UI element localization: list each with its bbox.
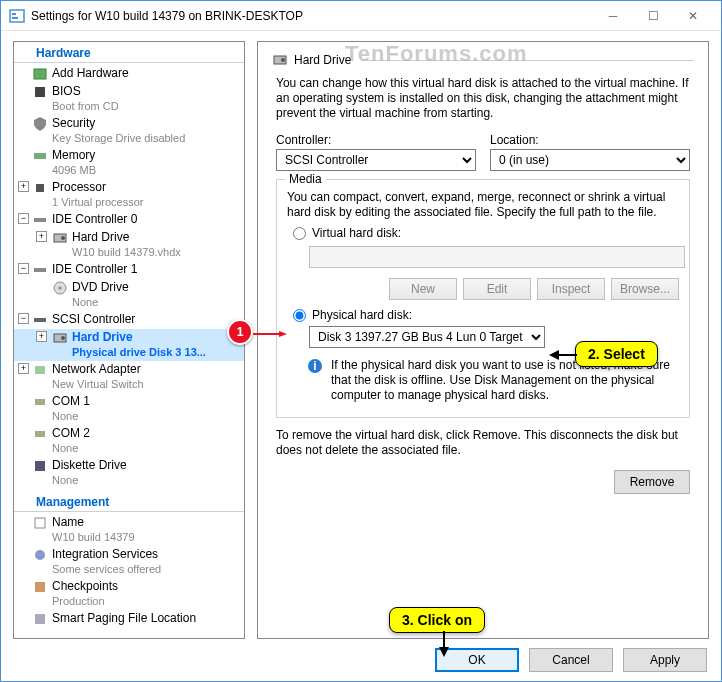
- app-icon: [9, 8, 25, 24]
- svg-point-21: [35, 550, 45, 560]
- controller-icon: [32, 212, 48, 228]
- physical-radio[interactable]: [293, 309, 306, 322]
- remove-desc: To remove the virtual hard disk, click R…: [276, 428, 690, 458]
- tree-item-dvd[interactable]: DVD DriveNone: [14, 279, 244, 311]
- svg-rect-10: [34, 268, 46, 272]
- checkpoints-icon: [32, 579, 48, 595]
- tree-item-diskette[interactable]: Diskette DriveNone: [14, 457, 244, 489]
- settings-tree[interactable]: Hardware Add Hardware BIOSBoot from CD S…: [13, 41, 245, 639]
- svg-marker-31: [549, 350, 559, 360]
- svg-marker-33: [439, 647, 449, 657]
- expander-icon[interactable]: +: [18, 363, 29, 374]
- tree-item-add-hardware[interactable]: Add Hardware: [14, 65, 244, 83]
- svg-marker-29: [279, 331, 287, 337]
- tree-item-bios[interactable]: BIOSBoot from CD: [14, 83, 244, 115]
- expander-icon[interactable]: +: [36, 231, 47, 242]
- tree-item-ide0[interactable]: − IDE Controller 0: [14, 211, 244, 229]
- section-title: Hard Drive: [294, 53, 351, 67]
- hard-drive-icon: [52, 230, 68, 246]
- svg-rect-17: [35, 399, 45, 405]
- security-icon: [32, 116, 48, 132]
- svg-rect-19: [35, 461, 45, 471]
- svg-rect-4: [35, 87, 45, 97]
- remove-button[interactable]: Remove: [614, 470, 690, 494]
- cancel-button[interactable]: Cancel: [529, 648, 613, 672]
- annotation-select: 2. Select: [575, 341, 658, 367]
- location-select[interactable]: 0 (in use): [490, 149, 690, 171]
- com-port-icon: [32, 394, 48, 410]
- hardware-header: Hardware: [14, 44, 244, 63]
- memory-icon: [32, 148, 48, 164]
- vhd-path-input: [309, 246, 685, 268]
- expander-icon[interactable]: −: [18, 263, 29, 274]
- svg-rect-2: [12, 17, 18, 19]
- close-button[interactable]: ✕: [673, 1, 713, 31]
- vhd-radio[interactable]: [293, 227, 306, 240]
- expander-icon[interactable]: −: [18, 313, 29, 324]
- tree-item-smartpaging[interactable]: Smart Paging File Location: [14, 610, 244, 628]
- svg-rect-23: [35, 614, 45, 624]
- tree-item-com2[interactable]: COM 2None: [14, 425, 244, 457]
- svg-point-12: [59, 287, 62, 290]
- physical-radio-label: Physical hard disk:: [312, 308, 412, 322]
- titlebar: Settings for W10 build 14379 on BRINK-DE…: [1, 1, 721, 31]
- intro-text: You can change how this virtual hard dis…: [276, 76, 690, 121]
- minimize-button[interactable]: ─: [593, 1, 633, 31]
- hard-drive-icon: [52, 330, 68, 346]
- physical-disk-select[interactable]: Disk 3 1397.27 GB Bus 4 Lun 0 Target 0: [309, 326, 545, 348]
- svg-point-9: [61, 236, 65, 240]
- dialog-footer: OK Cancel Apply: [1, 639, 721, 681]
- annotation-click: 3. Click on: [389, 607, 485, 633]
- info-icon: i: [307, 358, 323, 374]
- window-title: Settings for W10 build 14379 on BRINK-DE…: [31, 9, 593, 23]
- tree-item-ide1[interactable]: − IDE Controller 1: [14, 261, 244, 279]
- svg-rect-3: [34, 69, 46, 79]
- annotation-badge-1: 1: [227, 319, 253, 345]
- svg-rect-16: [35, 366, 45, 374]
- svg-text:i: i: [313, 359, 316, 373]
- tree-item-checkpoints[interactable]: CheckpointsProduction: [14, 578, 244, 610]
- integration-icon: [32, 547, 48, 563]
- tree-item-scsi[interactable]: − SCSI Controller: [14, 311, 244, 329]
- controller-icon: [32, 262, 48, 278]
- tree-item-network[interactable]: + Network AdapterNew Virtual Switch: [14, 361, 244, 393]
- svg-rect-0: [10, 10, 24, 22]
- browse-button: Browse...: [611, 278, 679, 300]
- tree-item-com1[interactable]: COM 1None: [14, 393, 244, 425]
- detail-pane: Hard Drive You can change how this virtu…: [257, 41, 709, 639]
- tree-item-name[interactable]: NameW10 build 14379: [14, 514, 244, 546]
- svg-rect-20: [35, 518, 45, 528]
- bios-icon: [32, 84, 48, 100]
- svg-rect-6: [36, 184, 44, 192]
- tree-item-integration[interactable]: Integration ServicesSome services offere…: [14, 546, 244, 578]
- maximize-button[interactable]: ☐: [633, 1, 673, 31]
- tree-item-memory[interactable]: Memory4096 MB: [14, 147, 244, 179]
- svg-rect-22: [35, 582, 45, 592]
- hard-drive-icon: [272, 52, 288, 68]
- svg-rect-13: [34, 318, 46, 322]
- svg-rect-5: [34, 153, 46, 159]
- expander-icon[interactable]: −: [18, 213, 29, 224]
- tree-item-security[interactable]: SecurityKey Storage Drive disabled: [14, 115, 244, 147]
- inspect-button: Inspect: [537, 278, 605, 300]
- svg-rect-18: [35, 431, 45, 437]
- location-label: Location:: [490, 133, 690, 147]
- edit-button: Edit: [463, 278, 531, 300]
- svg-rect-7: [34, 218, 46, 222]
- smartpaging-icon: [32, 611, 48, 627]
- tree-item-ide0-hd[interactable]: + Hard DriveW10 build 14379.vhdx: [14, 229, 244, 261]
- controller-label: Controller:: [276, 133, 476, 147]
- tree-item-scsi-hd[interactable]: + Hard DrivePhysical drive Disk 3 13...: [14, 329, 244, 361]
- media-group: Media You can compact, convert, expand, …: [276, 179, 690, 418]
- media-title: Media: [285, 172, 326, 186]
- com-port-icon: [32, 426, 48, 442]
- controller-icon: [32, 312, 48, 328]
- tree-item-processor[interactable]: + Processor1 Virtual processor: [14, 179, 244, 211]
- apply-button[interactable]: Apply: [623, 648, 707, 672]
- expander-icon[interactable]: +: [36, 331, 47, 342]
- media-desc: You can compact, convert, expand, merge,…: [287, 190, 679, 220]
- expander-icon[interactable]: +: [18, 181, 29, 192]
- diskette-icon: [32, 458, 48, 474]
- vhd-radio-label: Virtual hard disk:: [312, 226, 401, 240]
- controller-select[interactable]: SCSI Controller: [276, 149, 476, 171]
